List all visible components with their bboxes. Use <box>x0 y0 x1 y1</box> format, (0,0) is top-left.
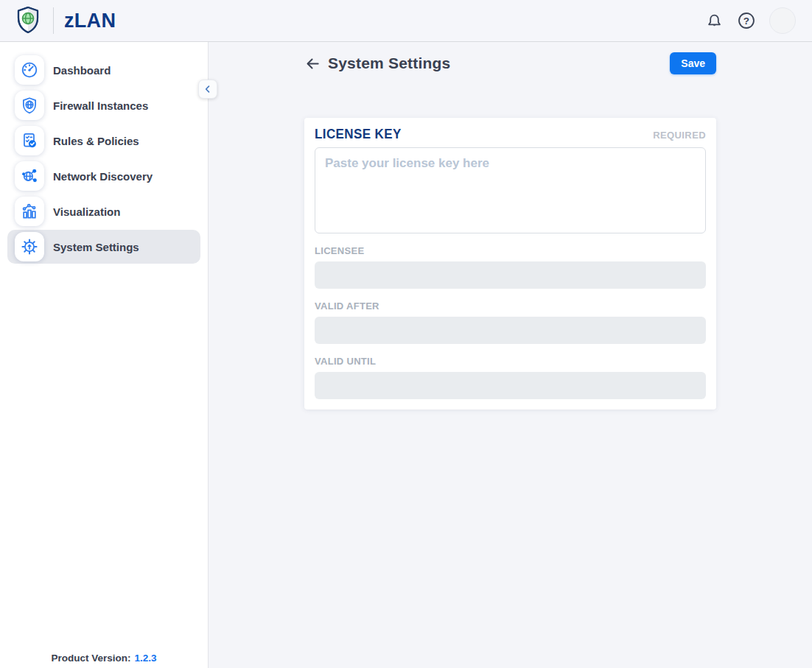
main-content: System Settings Save LICENSE KEY REQUIRE… <box>209 42 812 668</box>
valid-until-label: VALID UNTIL <box>315 356 706 367</box>
sidebar-collapse-button[interactable] <box>198 80 217 99</box>
sidebar-item-rules-policies[interactable]: Rules & Policies <box>7 124 200 158</box>
visualization-icon <box>15 197 44 226</box>
network-discovery-icon <box>15 161 44 191</box>
sidebar-item-label: Network Discovery <box>53 170 153 183</box>
valid-after-field-group: VALID AFTER <box>315 300 706 344</box>
rules-policies-icon <box>15 126 44 155</box>
sidebar-item-visualization[interactable]: Visualization <box>7 194 200 228</box>
shield-logo-icon <box>13 5 43 36</box>
firewall-instances-icon <box>15 91 44 120</box>
license-key-card: LICENSE KEY REQUIRED LICENSEE VALID AFTE… <box>304 118 716 409</box>
system-settings-icon <box>15 232 44 261</box>
svg-text:?: ? <box>743 15 749 27</box>
license-key-textarea[interactable] <box>315 147 706 233</box>
licensee-input <box>315 261 706 289</box>
notifications-button[interactable] <box>705 12 724 30</box>
back-button[interactable] <box>304 55 321 72</box>
card-header: LICENSE KEY REQUIRED <box>315 127 706 142</box>
sidebar-item-label: System Settings <box>53 241 139 253</box>
brand-name: zLAN <box>64 10 116 32</box>
sidebar-item-label: Visualization <box>53 205 120 218</box>
valid-after-input <box>315 317 706 344</box>
page-header: System Settings Save <box>304 52 716 74</box>
sidebar: Dashboard Firewall Instances <box>0 42 209 668</box>
avatar[interactable] <box>769 7 796 34</box>
product-version-label: Product Version: <box>51 653 130 664</box>
valid-after-label: VALID AFTER <box>315 300 706 312</box>
arrow-left-icon <box>304 55 321 72</box>
sidebar-item-label: Dashboard <box>53 64 111 77</box>
licensee-field-group: LICENSEE <box>315 245 706 289</box>
dashboard-icon <box>15 55 44 85</box>
sidebar-item-firewall-instances[interactable]: Firewall Instances <box>7 88 200 122</box>
sidebar-item-label: Rules & Policies <box>53 135 139 147</box>
topbar: zLAN ? <box>0 0 812 42</box>
required-badge: REQUIRED <box>653 130 706 141</box>
sidebar-item-label: Firewall Instances <box>53 99 148 112</box>
valid-until-input <box>315 372 706 399</box>
valid-until-field-group: VALID UNTIL <box>315 356 706 399</box>
bell-icon <box>705 12 724 30</box>
help-button[interactable]: ? <box>737 11 756 30</box>
help-icon: ? <box>737 11 756 30</box>
topbar-actions: ? <box>705 7 796 34</box>
sidebar-item-network-discovery[interactable]: Network Discovery <box>7 159 200 193</box>
brand-divider <box>53 7 54 34</box>
brand: zLAN <box>13 5 116 36</box>
sidebar-item-system-settings[interactable]: System Settings <box>7 230 200 264</box>
chevron-left-icon <box>203 84 213 94</box>
card-title: LICENSE KEY <box>315 127 402 142</box>
sidebar-item-dashboard[interactable]: Dashboard <box>7 53 200 87</box>
save-button[interactable]: Save <box>670 52 716 74</box>
product-version: Product Version:1.2.3 <box>0 653 208 664</box>
licensee-label: LICENSEE <box>315 245 706 256</box>
page-title: System Settings <box>328 55 450 72</box>
product-version-value: 1.2.3 <box>135 653 157 664</box>
